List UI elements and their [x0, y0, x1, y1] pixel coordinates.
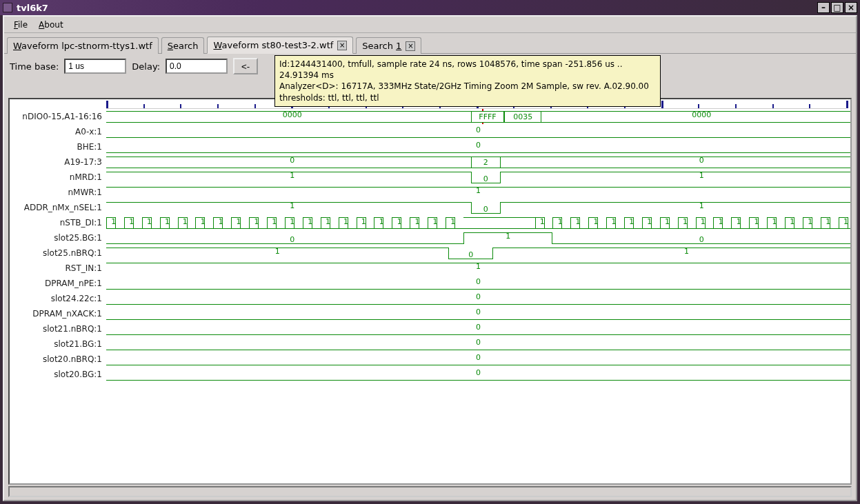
- signal-row: slot21.BG:1 0: [10, 336, 850, 352]
- signal-row: DPRAM_nPE:1 0: [10, 276, 850, 291]
- bus-value: 0035: [504, 111, 541, 123]
- tab-label: Search: [168, 41, 199, 51]
- signal-value: 1: [843, 217, 848, 226]
- signal-label[interactable]: slot25.nBRQ:1: [10, 248, 106, 258]
- tab-waveform-1[interactable]: Waveform lpc-stnorm-ttys1.wtf: [7, 37, 159, 54]
- timebase-input[interactable]: [64, 59, 126, 74]
- signal-track[interactable]: 0 1 0: [106, 230, 850, 245]
- minimize-button[interactable]: –: [817, 2, 830, 13]
- signal-track[interactable]: 0000 FFFF 0035 0000: [106, 109, 850, 124]
- signal-track[interactable]: 1 0 1: [106, 200, 850, 215]
- signal-value: 1: [790, 217, 794, 226]
- signal-value: 1: [219, 217, 223, 226]
- signal-value: 1: [684, 247, 689, 256]
- signal-label[interactable]: A0-x:1: [10, 127, 106, 137]
- signal-label[interactable]: BHE:1: [10, 142, 106, 152]
- signal-label[interactable]: RST_IN:1: [10, 263, 106, 273]
- signal-value: 0: [476, 368, 481, 377]
- signal-value: 1: [540, 217, 545, 226]
- signal-value: 0: [290, 235, 294, 244]
- signal-track[interactable]: 0: [106, 367, 850, 382]
- tooltip-line: thresholds: ttl, ttl, ttl, ttl: [279, 92, 656, 103]
- signal-label[interactable]: slot20.BG:1: [10, 370, 106, 379]
- signal-value: 1: [506, 232, 510, 241]
- signal-value: 1: [737, 217, 741, 226]
- signal-track[interactable]: 1: [106, 261, 850, 276]
- delay-label: Delay:: [132, 61, 160, 72]
- signal-value: 0: [483, 205, 488, 214]
- signal-row: ADDR_nMx_nSEL:1 1 0 1: [10, 200, 850, 215]
- signal-value: 0: [476, 125, 481, 134]
- signal-row: slot24.22c:1 0: [10, 291, 850, 306]
- maximize-button[interactable]: □: [831, 2, 843, 13]
- signal-track[interactable]: 0: [106, 306, 850, 321]
- toolbar: Time base: Delay: <- Id:1244431400, tmfu…: [4, 54, 856, 79]
- signal-label[interactable]: DPRAM_nXACK:1: [10, 309, 106, 319]
- nav-prev-button[interactable]: <-: [233, 58, 258, 74]
- menu-about[interactable]: About: [33, 19, 69, 31]
- delay-input[interactable]: [166, 59, 228, 74]
- signal-row: nMRD:1 1 0 1: [10, 170, 850, 185]
- signal-track[interactable]: 0: [106, 139, 850, 154]
- signal-label[interactable]: slot21.nBRQ:1: [10, 324, 106, 334]
- signal-track[interactable]: 11111111111111111111111111111111111111: [106, 215, 850, 230]
- signal-track[interactable]: 1 0 1: [106, 245, 850, 261]
- signal-value: 1: [290, 171, 294, 180]
- signal-label[interactable]: nSTB_DI:1: [10, 218, 106, 228]
- signal-value: 1: [254, 217, 259, 226]
- signal-label[interactable]: nDIO0-15,A1-16:16: [10, 112, 106, 121]
- waveform-area[interactable]: nDIO0-15,A1-16:16 0000 FFFF 0035 0000 A0…: [8, 98, 852, 485]
- signal-track[interactable]: 0: [106, 124, 850, 139]
- signal-row: slot20.nBRQ:1 0: [10, 352, 850, 367]
- tab-close-icon[interactable]: ×: [337, 41, 347, 50]
- signal-row: nMWR:1 1: [10, 185, 850, 200]
- menu-file[interactable]: File: [8, 19, 33, 31]
- signal-value: 1: [754, 217, 759, 226]
- tab-close-icon[interactable]: ×: [406, 41, 415, 51]
- menubar: File About: [4, 17, 856, 33]
- signal-value: 1: [397, 217, 402, 226]
- signal-value: 1: [450, 217, 455, 226]
- signal-label[interactable]: slot25.BG:1: [10, 233, 106, 243]
- signal-track[interactable]: 0: [106, 321, 850, 336]
- signal-label[interactable]: slot20.nBRQ:1: [10, 354, 106, 364]
- signal-label[interactable]: A19-17:3: [10, 157, 106, 167]
- signal-value: 1: [415, 217, 420, 226]
- signal-value: 0: [476, 353, 481, 362]
- signal-track[interactable]: 1 0 1: [106, 170, 850, 185]
- signal-row: slot25.nBRQ:1 1 0 1: [10, 245, 850, 261]
- info-tooltip: Id:1244431400, tmfull, sample rate 24 ns…: [274, 55, 661, 107]
- signal-value: 1: [275, 247, 280, 256]
- signal-label[interactable]: slot24.22c:1: [10, 294, 106, 303]
- bus-value: 0: [290, 156, 294, 165]
- timebase-label: Time base:: [10, 61, 59, 72]
- signal-label[interactable]: nMRD:1: [10, 172, 106, 182]
- signal-track[interactable]: 0: [106, 276, 850, 291]
- signal-track[interactable]: 0: [106, 336, 850, 352]
- tab-label: Waveform st80-test3-2.wtf: [213, 40, 333, 50]
- signal-row: slot20.BG:1 0: [10, 367, 850, 382]
- tab-search-0[interactable]: Search: [161, 37, 205, 54]
- tab-waveform-2[interactable]: Waveform st80-test3-2.wtf ×: [207, 37, 353, 54]
- signal-track[interactable]: 0 2 0: [106, 154, 850, 170]
- signal-value: 1: [719, 217, 723, 226]
- signal-value: 0: [468, 250, 473, 259]
- signal-track[interactable]: 0: [106, 291, 850, 306]
- signal-value: 1: [129, 217, 134, 226]
- signal-value: 1: [272, 217, 277, 226]
- signal-row: nSTB_DI:1 111111111111111111111111111111…: [10, 215, 850, 230]
- signal-label[interactable]: slot21.BG:1: [10, 339, 106, 349]
- signal-value: 1: [361, 217, 366, 226]
- signal-label[interactable]: DPRAM_nPE:1: [10, 279, 106, 288]
- signal-track[interactable]: 0: [106, 352, 850, 367]
- signal-value: 1: [165, 217, 170, 226]
- bus-value: 0000: [283, 110, 302, 119]
- tab-search-1[interactable]: Search 1 ×: [356, 37, 421, 54]
- bus-value: 0000: [692, 110, 711, 119]
- bus-value: 2: [471, 157, 501, 168]
- signal-label[interactable]: ADDR_nMx_nSEL:1: [10, 203, 106, 212]
- signal-track[interactable]: 1: [106, 185, 850, 200]
- close-button[interactable]: ×: [845, 2, 857, 13]
- signal-value: 1: [476, 186, 481, 195]
- signal-label[interactable]: nMWR:1: [10, 188, 106, 197]
